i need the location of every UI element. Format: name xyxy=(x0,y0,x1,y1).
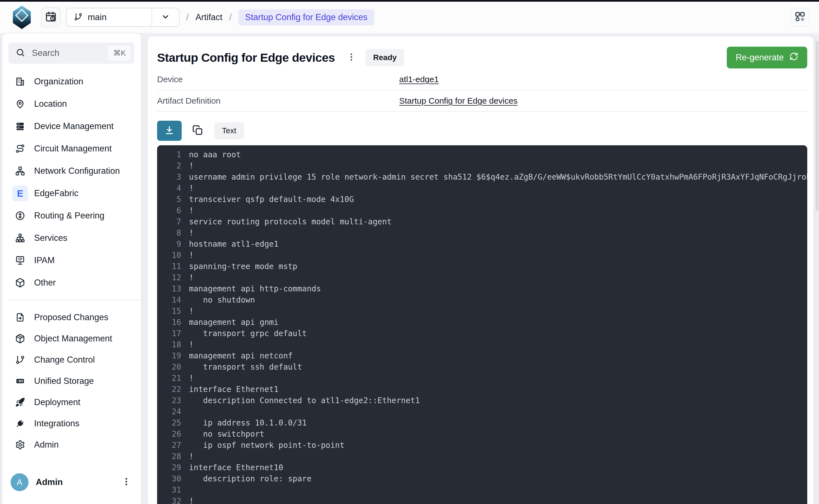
line-number: 5 xyxy=(157,194,189,205)
line-content: ! xyxy=(189,183,194,194)
workflow-icon xyxy=(794,11,806,23)
copy-button[interactable] xyxy=(192,124,203,137)
sidebar-item-routing-peering[interactable]: Routing & Peering xyxy=(2,205,141,227)
sidebar-item-edgefabric[interactable]: E EdgeFabric xyxy=(2,182,141,205)
page-scrollbar-thumb[interactable] xyxy=(816,41,818,211)
user-name: Admin xyxy=(36,477,63,487)
avatar: A xyxy=(11,473,28,491)
line-number: 9 xyxy=(157,239,189,250)
sidebar-item-ipam[interactable]: IP IPAM xyxy=(2,249,141,272)
code-line: 14 no shutdown xyxy=(157,294,807,306)
detail-value-link[interactable]: Startup Config for Edge devices xyxy=(399,96,518,106)
line-content: no aaa root xyxy=(189,149,241,160)
line-number: 13 xyxy=(157,283,189,294)
line-content: ! xyxy=(189,306,194,317)
detail-value-link[interactable]: atl1-edge1 xyxy=(399,75,439,84)
code-line: 27 ip ospf network point-to-point xyxy=(157,440,807,451)
detail-table: Device atl1-edge1 Artifact Definition St… xyxy=(157,69,807,112)
breadcrumb-item-artifact[interactable]: Artifact xyxy=(195,12,222,22)
line-number: 8 xyxy=(157,227,189,239)
sidebar: Search ⌘K Organization Location Device M… xyxy=(2,34,141,504)
branch-dropdown-toggle[interactable] xyxy=(152,12,179,23)
branch-selector[interactable]: main xyxy=(66,8,179,27)
sidebar-item-admin[interactable]: Admin xyxy=(2,434,141,455)
sidebar-item-organization[interactable]: Organization xyxy=(2,70,141,93)
code-line: 19 management api netconf xyxy=(157,350,807,362)
breadcrumb-item-current[interactable]: Startup Config for Edge devices xyxy=(238,9,374,25)
code-line: 31 xyxy=(157,484,807,496)
line-number: 14 xyxy=(157,294,189,306)
code-line: 5 transceiver qsfp default-mode 4x10G xyxy=(157,194,807,205)
sidebar-item-network-configuration[interactable]: Network Configuration xyxy=(2,160,141,182)
box-icon xyxy=(12,275,28,291)
route-icon xyxy=(12,141,28,156)
sidebar-item-deployment[interactable]: Deployment xyxy=(2,392,141,413)
line-content: management api http-commands xyxy=(189,283,321,294)
workflow-button[interactable] xyxy=(791,8,810,27)
line-number: 26 xyxy=(157,429,189,440)
line-number: 10 xyxy=(157,250,189,261)
rocket-icon xyxy=(12,394,28,410)
sidebar-item-change-control[interactable]: Change Control xyxy=(2,349,141,370)
calendar-clock-button[interactable] xyxy=(41,7,61,27)
main-content: Startup Config for Edge devices Ready Re… xyxy=(148,36,813,504)
sidebar-item-circuit-management[interactable]: Circuit Management xyxy=(2,137,141,160)
line-number: 2 xyxy=(157,160,189,172)
git-branch-icon xyxy=(12,352,28,368)
sidebar-item-object-management[interactable]: Object Management xyxy=(2,328,141,349)
code-line: 15 ! xyxy=(157,306,807,317)
line-content: hostname atl1-edge1 xyxy=(189,239,278,250)
config-code-block[interactable]: 1 no aaa root 2 ! 3 username admin privi… xyxy=(157,145,807,504)
user-menu[interactable]: A Admin xyxy=(11,473,131,491)
title-row: Startup Config for Edge devices Ready Re… xyxy=(157,50,807,65)
line-content: transport ssh default xyxy=(189,362,302,373)
line-number: 27 xyxy=(157,440,189,451)
sidebar-item-device-management[interactable]: Device Management xyxy=(2,115,141,137)
code-line: 29 interface Ethernet10 xyxy=(157,462,807,473)
sidebar-item-proposed-changes[interactable]: Proposed Changes xyxy=(2,307,141,328)
line-content: ! xyxy=(189,339,194,350)
sidebar-item-integrations[interactable]: Integrations xyxy=(2,413,141,434)
sidebar-divider xyxy=(8,299,141,300)
app-logo[interactable] xyxy=(13,6,31,29)
line-content: spanning-tree mode mstp xyxy=(189,261,297,272)
branch-selector-value[interactable]: main xyxy=(66,12,151,22)
sidebar-item-services[interactable]: Services xyxy=(2,227,141,249)
logo-cube-glyph xyxy=(15,9,28,22)
topbar: main / Artifact / Startup Config for Edg… xyxy=(0,2,819,33)
search-icon xyxy=(8,48,25,58)
line-number: 31 xyxy=(157,484,189,496)
detail-label: Device xyxy=(157,75,399,84)
title-menu-button[interactable] xyxy=(346,52,356,63)
line-content: interface Ethernet10 xyxy=(189,462,283,473)
line-content: interface Ethernet1 xyxy=(189,384,278,395)
format-text-button[interactable]: Text xyxy=(214,122,244,139)
line-content: transport grpc default xyxy=(189,328,307,339)
regenerate-button[interactable]: Re-generate xyxy=(727,47,807,68)
download-button[interactable] xyxy=(157,121,182,141)
detail-row: Device atl1-edge1 xyxy=(157,69,807,90)
line-number: 29 xyxy=(157,462,189,473)
code-line: 28 ! xyxy=(157,451,807,462)
line-content: management api gnmi xyxy=(189,317,278,328)
line-number: 11 xyxy=(157,261,189,272)
chevron-down-icon xyxy=(161,12,170,23)
package-icon xyxy=(12,331,28,346)
kebab-icon xyxy=(346,52,356,63)
page-title: Startup Config for Edge devices xyxy=(157,51,335,65)
page-scrollbar-track xyxy=(815,36,819,504)
line-number: 3 xyxy=(157,172,189,183)
code-line: 1 no aaa root xyxy=(157,149,807,160)
code-line: 30 description role: spare xyxy=(157,473,807,484)
code-line: 10 ! xyxy=(157,250,807,261)
sidebar-nav-primary: Organization Location Device Management … xyxy=(2,70,141,294)
search-input[interactable]: Search ⌘K xyxy=(8,42,134,64)
user-kebab-button[interactable] xyxy=(122,477,131,488)
ipam-monitor-icon: IP xyxy=(12,253,28,268)
code-line: 20 transport ssh default xyxy=(157,362,807,373)
sidebar-item-unified-storage[interactable]: Unified Storage xyxy=(2,370,141,392)
status-badge: Ready xyxy=(365,49,404,66)
detail-label: Artifact Definition xyxy=(157,96,399,106)
sidebar-item-other[interactable]: Other xyxy=(2,272,141,294)
sidebar-item-location[interactable]: Location xyxy=(2,93,141,115)
